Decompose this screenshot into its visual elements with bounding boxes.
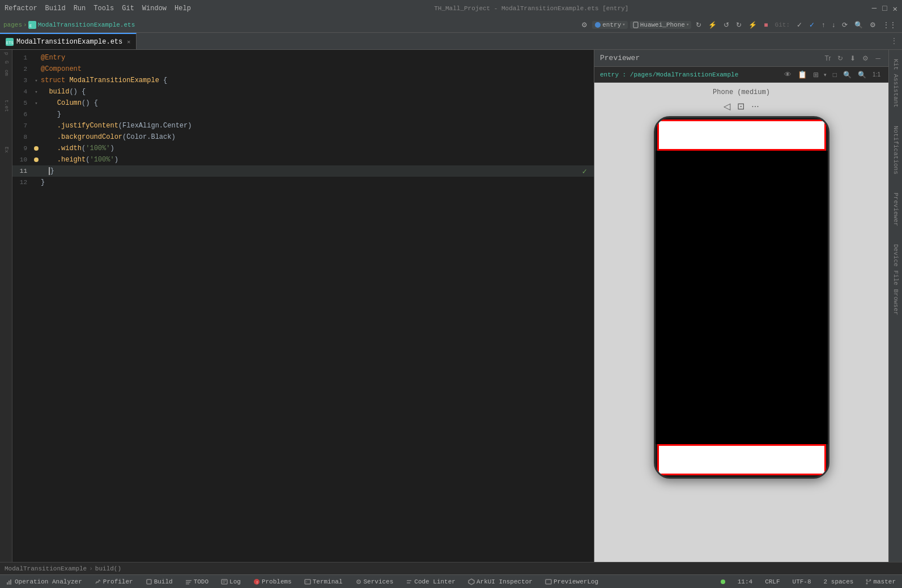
- status-arkui[interactable]: ArkUI Inspector: [466, 578, 534, 585]
- fold-icon-5[interactable]: ▾: [35, 100, 37, 106]
- line-num-8: 8: [15, 134, 32, 140]
- close-button[interactable]: ✕: [893, 4, 897, 14]
- gutter-label5: Ex: [3, 147, 9, 153]
- status-operation-analyzer-label: Operation Analyzer: [15, 578, 82, 585]
- more-button[interactable]: ⋮⋮: [880, 20, 899, 30]
- refresh-button[interactable]: ↻: [693, 20, 704, 30]
- crop-button[interactable]: □: [831, 70, 839, 80]
- status-problems[interactable]: ! Problems: [252, 578, 293, 585]
- menu-run[interactable]: Run: [74, 5, 86, 12]
- status-services[interactable]: Services: [354, 578, 395, 585]
- phone-home-btn[interactable]: ⊡: [737, 101, 744, 112]
- actual-size-button[interactable]: 1:1: [870, 70, 883, 79]
- layers-button[interactable]: 📋: [795, 69, 809, 80]
- git-history[interactable]: ⟳: [840, 20, 850, 30]
- fold-icon-4[interactable]: ▾: [35, 89, 37, 95]
- svg-text:>: >: [305, 580, 308, 584]
- forward-button[interactable]: ↻: [734, 20, 744, 30]
- previewer-font-btn[interactable]: Tr: [823, 53, 833, 63]
- phone-more-btn[interactable]: ···: [751, 101, 759, 112]
- status-indent[interactable]: 2 spaces: [822, 578, 856, 585]
- menu-bar[interactable]: Refactor Build Run Tools Git Window Help: [5, 5, 191, 12]
- git-check2[interactable]: ✓: [807, 20, 817, 30]
- status-green-dot: [719, 580, 727, 584]
- phone-side-btn1[interactable]: [829, 152, 829, 174]
- tab-more-button[interactable]: ⋮: [886, 33, 902, 49]
- previewer-header: Previewer Tr ↻ ⬇ ⚙ ─: [594, 50, 888, 67]
- svg-rect-8: [10, 580, 11, 585]
- back-button[interactable]: ↺: [721, 20, 731, 30]
- svg-text:!: !: [256, 580, 258, 585]
- right-tab-kit-assistant[interactable]: Kit Assistant: [891, 56, 901, 111]
- status-previewer-log[interactable]: PreviewerLog: [543, 578, 600, 585]
- linter-icon: [406, 578, 412, 585]
- zoom-out-button[interactable]: 🔍: [856, 70, 869, 80]
- stop-button[interactable]: ■: [761, 20, 770, 30]
- menu-window[interactable]: Window: [142, 5, 167, 12]
- status-todo[interactable]: TODO: [184, 578, 210, 585]
- previewer-refresh-btn[interactable]: ↻: [835, 53, 845, 63]
- breadcrumb-item-2: build(): [95, 565, 121, 572]
- status-encoding[interactable]: UTF-8: [791, 578, 813, 585]
- minimize-button[interactable]: ─: [872, 4, 877, 14]
- code-line-3: 3 ▾ struct ModalTransitionExample {: [12, 75, 594, 86]
- previewer-download-btn[interactable]: ⬇: [848, 53, 858, 63]
- device-dropdown[interactable]: Huawei_Phone ▾: [630, 21, 692, 29]
- svg-point-22: [358, 581, 359, 582]
- git-pull[interactable]: ↓: [829, 20, 837, 30]
- status-log[interactable]: Log: [219, 578, 242, 585]
- git-push[interactable]: ↑: [819, 20, 827, 30]
- status-problems-label: Problems: [262, 578, 292, 585]
- status-operation-analyzer[interactable]: Operation Analyzer: [5, 578, 84, 585]
- status-position[interactable]: 11:4: [736, 578, 754, 585]
- main-toolbar: pages › E ModalTransitionExample.ets ⚙ e…: [0, 17, 902, 33]
- settings-button2[interactable]: ⚙: [867, 20, 878, 30]
- entry-dropdown[interactable]: entry ▾: [592, 21, 627, 29]
- svg-rect-3: [633, 22, 638, 28]
- code-line-12: 12 }: [12, 177, 594, 188]
- run-button2[interactable]: ⚡: [746, 20, 759, 30]
- previewer-minimize-btn[interactable]: ─: [873, 53, 883, 63]
- grid-arrow[interactable]: ▾: [822, 71, 829, 79]
- svg-point-27: [866, 582, 868, 584]
- window-title: TH_Mall_Project - ModalTransitionExample…: [191, 5, 872, 12]
- menu-git[interactable]: Git: [122, 5, 134, 12]
- menu-tools[interactable]: Tools: [93, 5, 114, 12]
- status-code-linter[interactable]: Code Linter: [404, 578, 457, 585]
- zoom-in-button[interactable]: 🔍: [841, 70, 854, 80]
- menu-help[interactable]: Help: [175, 5, 191, 12]
- menu-refactor[interactable]: Refactor: [5, 5, 37, 12]
- line-num-7: 7: [15, 122, 32, 129]
- status-branch[interactable]: master: [864, 578, 897, 585]
- git-check1[interactable]: ✓: [794, 20, 805, 30]
- phone-side-btn2[interactable]: [829, 231, 829, 248]
- code-editor[interactable]: 1 @Entry 2 @Component 3 ▾ struct ModalTr…: [12, 50, 594, 562]
- status-right: 11:4 CRLF UTF-8 2 spaces master: [719, 578, 897, 585]
- fold-icon-3[interactable]: ▾: [35, 78, 37, 84]
- window-controls[interactable]: ─ □ ✕: [872, 4, 897, 14]
- tab-modal-transition[interactable]: ETS ModalTransitionExample.ets ✕: [0, 33, 137, 49]
- status-build[interactable]: Build: [144, 578, 175, 585]
- right-tab-device-file[interactable]: Device File Browser: [891, 241, 901, 318]
- main-content: p G om t.et Ex 1 @Entry 2 @Component 3 ▾: [0, 50, 902, 562]
- grid-button[interactable]: ⊞: [811, 70, 821, 80]
- compile-button[interactable]: ⚡: [706, 20, 719, 30]
- svg-rect-9: [147, 580, 151, 584]
- svg-point-26: [870, 579, 871, 581]
- previewer-settings-btn[interactable]: ⚙: [860, 53, 871, 63]
- eye-button[interactable]: 👁: [782, 69, 794, 80]
- right-tab-notifications[interactable]: Notifications: [891, 122, 901, 178]
- status-line-ending[interactable]: CRLF: [763, 578, 781, 585]
- code-text-7: .justifyContent(FlexAlign.Center): [41, 122, 192, 130]
- menu-build[interactable]: Build: [45, 5, 66, 12]
- maximize-button[interactable]: □: [882, 4, 887, 14]
- right-tab-previewer[interactable]: Previewer: [891, 189, 901, 229]
- status-terminal[interactable]: _> Terminal: [303, 578, 344, 585]
- phone-back-btn[interactable]: ◁: [724, 101, 730, 112]
- line-num-5: 5: [15, 100, 32, 106]
- settings-icon[interactable]: ⚙: [579, 20, 590, 30]
- tab-close-button[interactable]: ✕: [127, 39, 130, 45]
- code-text-12: }: [41, 178, 45, 186]
- search-button[interactable]: 🔍: [852, 20, 865, 30]
- status-profiler[interactable]: Profiler: [93, 578, 135, 585]
